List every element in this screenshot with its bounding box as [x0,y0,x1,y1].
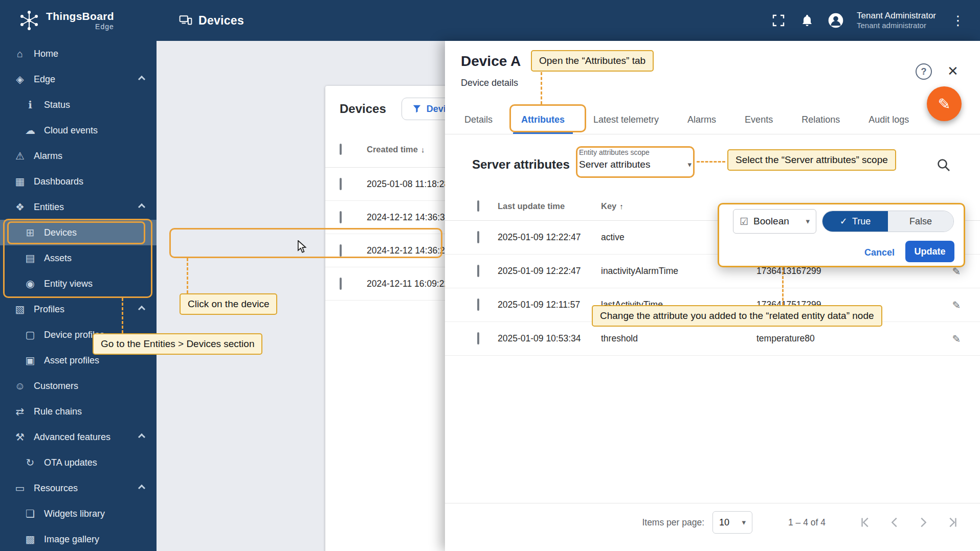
status-icon: ℹ [24,99,37,111]
sort-desc-icon: ↓ [421,145,425,154]
annotation-goto-devices: Go to the Entities > Devices section [93,333,262,355]
sidebar-item-status[interactable]: ℹStatus [0,92,157,118]
kebab-menu-icon[interactable]: ⋮ [949,13,967,29]
true-toggle-button[interactable]: ✓ True [822,211,888,232]
annotation-connector-open-attributes [541,72,542,104]
rule-chains-icon: ⇄ [13,405,27,418]
sidebar-item-widgets-library[interactable]: ❏Widgets library [0,501,157,526]
sidebar-item-dashboards[interactable]: ▦Dashboards [0,169,157,194]
value-type-select[interactable]: ☑ Boolean ▾ [733,209,816,234]
items-per-page-select[interactable]: 10 ▾ [712,511,752,534]
entities-icon: ❖ [13,201,27,213]
help-icon[interactable]: ? [916,63,932,80]
device-details-drawer: Device A Device details ? ✕ ✎ Details At… [445,41,980,551]
tab-attributes[interactable]: Attributes [507,106,579,134]
row-checkbox[interactable] [340,178,342,190]
customers-icon: ☺ [13,380,27,392]
sidebar-item-rule-chains[interactable]: ⇄Rule chains [0,399,157,424]
row-checkbox[interactable] [477,231,479,243]
thingsboard-logo-icon [17,9,41,32]
sidebar-item-edge[interactable]: ◈Edge [0,66,157,92]
attribute-value-editor: ☑ Boolean ▾ ✓ True False Cancel Update [718,203,965,267]
ota-updates-icon: ↻ [24,456,37,469]
fullscreen-icon[interactable] [771,13,786,28]
row-checkbox[interactable] [340,211,342,223]
sidebar-item-entities[interactable]: ❖Entities [0,194,157,220]
drawer-subtitle: Device details [461,78,518,88]
update-button[interactable]: Update [905,241,954,262]
sidebar-item-home[interactable]: ⌂Home [0,41,157,66]
sidebar-item-assets[interactable]: ▤Assets [0,245,157,271]
user-info: Tenant Administrator Tenant administrato… [857,10,936,31]
pagination-divider [445,503,980,503]
sidebar-item-profiles[interactable]: ▧Profiles [0,296,157,322]
select-all-checkbox[interactable] [340,144,342,155]
first-page-icon[interactable] [858,515,874,530]
row-checkbox[interactable] [340,278,342,290]
brand-edition: Edge [95,22,114,31]
row-checkbox[interactable] [477,332,479,345]
annotation-connector-click-device [187,258,188,293]
tab-latest-telemetry[interactable]: Latest telemetry [579,106,673,134]
next-page-icon[interactable] [916,515,931,530]
resources-icon: ▭ [13,482,27,494]
cancel-button[interactable]: Cancel [860,243,899,262]
last-page-icon[interactable] [944,515,960,530]
column-key[interactable]: Key [601,201,616,211]
edit-fab-button[interactable]: ✎ [927,86,962,121]
sidebar-item-customers[interactable]: ☺Customers [0,373,157,399]
devices-title-icon [179,14,192,27]
pagination-bar: Items per page: 10 ▾ 1 – 4 of 4 [445,509,980,536]
attribute-row-threshold[interactable]: 2025-01-09 10:53:34 threshold temperatur… [445,322,980,356]
sidebar-item-alarms[interactable]: ⚠Alarms [0,143,157,169]
image-gallery-icon: ▩ [24,533,37,545]
chevron-up-icon [138,76,145,83]
tab-relations[interactable]: Relations [787,106,854,134]
edge-icon: ◈ [13,73,27,85]
server-attributes-title: Server attributes [472,157,570,172]
dashboards-icon: ▦ [13,175,27,188]
column-last-update-time[interactable]: Last update time [498,201,601,211]
edit-pencil-icon[interactable]: ✎ [952,300,961,311]
sidebar-item-advanced-features[interactable]: ⚒Advanced features [0,424,157,450]
devices-icon: ⊞ [24,226,37,239]
tab-audit-logs[interactable]: Audit logs [854,106,923,134]
asset-profiles-icon: ▣ [24,354,37,366]
sidebar-item-ota-updates[interactable]: ↻OTA updates [0,450,157,475]
false-toggle-button[interactable]: False [888,211,953,232]
entity-views-icon: ◉ [24,278,37,290]
annotation-change-attribute: Change the attribute you added to the “r… [592,305,882,327]
items-per-page-label: Items per page: [642,517,704,528]
search-icon[interactable] [936,157,952,174]
select-all-checkbox[interactable] [477,200,479,212]
row-checkbox[interactable] [340,244,342,257]
sidebar-item-image-gallery[interactable]: ▩Image gallery [0,526,157,551]
devices-card-title: Devices [340,102,386,116]
sidebar-item-entity-views[interactable]: ◉Entity views [0,271,157,296]
advanced-features-icon: ⚒ [13,431,27,443]
column-created-time[interactable]: Created time [367,145,418,154]
sidebar-item-resources[interactable]: ▭Resources [0,475,157,501]
value-type: Boolean [753,216,789,227]
annotation-select-scope: Select the “Server attributes” scope [727,149,896,171]
tab-events[interactable]: Events [730,106,787,134]
notifications-bell-icon[interactable] [799,13,815,28]
drawer-title: Device A [461,53,521,70]
cloud-events-icon: ☁ [24,124,37,136]
edit-pencil-icon[interactable]: ✎ [952,333,961,345]
tab-details[interactable]: Details [450,106,507,134]
sidebar-item-cloud-events[interactable]: ☁Cloud events [0,118,157,143]
close-icon[interactable]: ✕ [947,63,959,79]
tab-alarms[interactable]: Alarms [673,106,730,134]
annotation-connector-change-attribute [782,267,784,305]
previous-page-icon[interactable] [887,515,902,530]
sidebar-item-devices[interactable]: ⊞Devices [0,220,157,245]
pagination-range: 1 – 4 of 4 [788,517,826,528]
avatar[interactable] [828,13,843,28]
row-checkbox[interactable] [477,265,479,277]
chevron-up-icon [138,485,145,492]
chevron-up-icon [138,433,145,441]
attributes-scope-select[interactable]: Entity attributes scope Server attribute… [579,148,692,176]
annotation-connector-goto-devices [122,298,123,333]
row-checkbox[interactable] [477,299,479,311]
